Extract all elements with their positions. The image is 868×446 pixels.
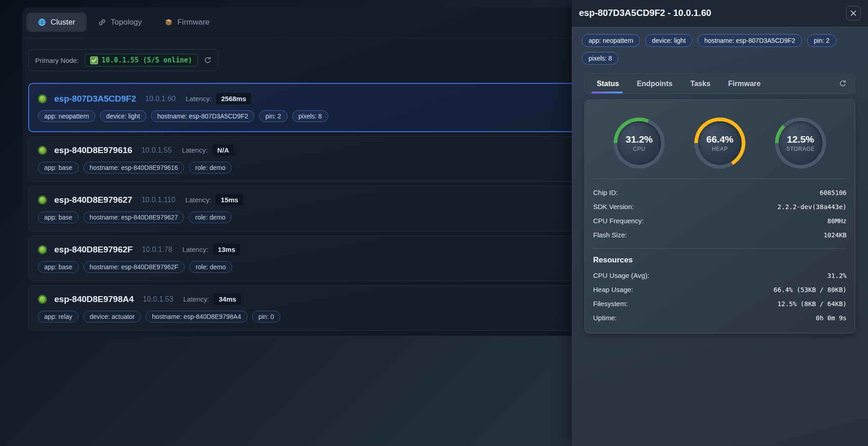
status-dot-icon bbox=[38, 146, 47, 155]
gauge-heap: 66.4%HEAP bbox=[694, 118, 745, 169]
info-value: 6085106 bbox=[820, 189, 847, 196]
primary-node-label: Primary Node: bbox=[35, 56, 79, 64]
primary-node-status-badge: 10.0.1.55 (5/5 online) bbox=[85, 54, 198, 67]
node-tag: app: neopattern bbox=[38, 110, 95, 122]
check-icon bbox=[90, 56, 98, 64]
refresh-status-button[interactable] bbox=[839, 74, 847, 93]
node-name: esp-840D8E97962F bbox=[54, 245, 133, 255]
status-card: 31.2%CPU66.4%HEAP12.5%STORAGE Chip ID:60… bbox=[584, 99, 855, 333]
panel-tab-tasks[interactable]: Tasks bbox=[690, 74, 710, 93]
gauge-inner: 12.5%STORAGE bbox=[779, 121, 822, 165]
close-icon bbox=[850, 10, 857, 16]
panel-title: esp-807D3A5CD9F2 - 10.0.1.60 bbox=[579, 8, 711, 18]
status-dot-icon bbox=[38, 245, 47, 254]
divider bbox=[593, 179, 847, 179]
gauge-inner: 66.4%HEAP bbox=[698, 121, 742, 165]
resources: CPU Usage (Avg):31.2%Heap Usage:66.4% (5… bbox=[593, 268, 847, 325]
latency-badge: 34ms bbox=[214, 293, 241, 305]
node-tag: role: demo bbox=[189, 162, 232, 174]
node-tag: app: base bbox=[38, 261, 79, 273]
latency-label: Latency: bbox=[186, 95, 212, 103]
info-value: 66.4% (53KB / 80KB) bbox=[774, 286, 847, 293]
node-name: esp-807D3A5CD9F2 bbox=[54, 94, 136, 104]
tab-label: Topology bbox=[111, 18, 142, 27]
divider bbox=[593, 248, 847, 249]
info-row: Heap Usage:66.4% (53KB / 80KB) bbox=[593, 282, 847, 297]
node-tag: role: demo bbox=[189, 261, 232, 273]
resources-title: Resources bbox=[593, 256, 847, 265]
tab-topology[interactable]: Topology bbox=[87, 13, 153, 32]
panel-header: esp-807D3A5CD9F2 - 10.0.1.60 bbox=[572, 0, 868, 26]
node-tag: app: base bbox=[38, 211, 79, 223]
tab-label: Firmware bbox=[177, 18, 210, 27]
globe-icon bbox=[38, 18, 46, 26]
gauge-label: STORAGE bbox=[786, 146, 815, 152]
primary-node-box: Primary Node: 10.0.1.55 (5/5 online) bbox=[28, 49, 218, 71]
info-label: Heap Usage: bbox=[593, 286, 633, 293]
panel-tag: device: light bbox=[645, 34, 692, 47]
node-ip: 10.0.1.55 bbox=[141, 146, 172, 154]
latency-badge: 15ms bbox=[216, 194, 243, 205]
node-tag: device: light bbox=[100, 110, 146, 122]
node-detail-panel: esp-807D3A5CD9F2 - 10.0.1.60 app: neopat… bbox=[572, 0, 868, 446]
info-row: Chip ID:6085106 bbox=[593, 185, 847, 200]
info-label: Filesystem: bbox=[593, 300, 628, 308]
panel-tag: pin: 2 bbox=[807, 34, 836, 47]
latency-badge: 2568ms bbox=[216, 93, 251, 104]
refresh-cluster-button[interactable] bbox=[204, 56, 212, 64]
node-tag: hostname: esp-840D8E9798A4 bbox=[145, 311, 247, 323]
panel-tab-firmware[interactable]: Firmware bbox=[728, 74, 760, 93]
node-name: esp-840D8E9798A4 bbox=[54, 294, 134, 304]
panel-tag: app: neopattern bbox=[582, 34, 640, 47]
link-icon bbox=[98, 18, 106, 26]
node-ip: 10.0.1.53 bbox=[143, 295, 173, 303]
node-tag: app: relay bbox=[38, 311, 78, 323]
info-row: CPU Usage (Avg):31.2% bbox=[593, 268, 847, 282]
gauge-value: 66.4% bbox=[706, 134, 734, 145]
latency-label: Latency: bbox=[182, 246, 208, 253]
latency-label: Latency: bbox=[182, 146, 208, 154]
node-name: esp-840D8E979627 bbox=[54, 195, 132, 205]
gauge-label: CPU bbox=[633, 146, 645, 152]
info-label: Chip ID: bbox=[593, 189, 618, 196]
node-tag: hostname: esp-840D8E979616 bbox=[83, 162, 185, 174]
panel-tab-endpoints[interactable]: Endpoints bbox=[637, 74, 672, 93]
node-ip: 10.0.1.110 bbox=[141, 196, 175, 204]
info-value: 31.2% bbox=[827, 272, 847, 279]
chip-info: Chip ID:6085106SDK Version:2.2.2-dev(38a… bbox=[593, 185, 847, 242]
latency-label: Latency: bbox=[186, 196, 212, 204]
gauge-storage: 12.5%STORAGE bbox=[775, 118, 826, 169]
refresh-icon bbox=[839, 80, 847, 87]
latency-label: Latency: bbox=[183, 295, 209, 303]
info-value: 1024KB bbox=[823, 231, 847, 239]
node-tag: app: base bbox=[38, 162, 79, 174]
close-panel-button[interactable] bbox=[846, 6, 861, 21]
info-label: Uptime: bbox=[593, 314, 617, 322]
gauge-value: 12.5% bbox=[787, 134, 814, 145]
info-value: 0h 0m 9s bbox=[816, 314, 847, 322]
gauge-cpu: 31.2%CPU bbox=[614, 118, 665, 169]
panel-tags: app: neopatterndevice: lighthostname: es… bbox=[572, 26, 868, 65]
info-row: CPU Frequency:80MHz bbox=[593, 214, 847, 228]
info-row: SDK Version:2.2.2-dev(38a443e) bbox=[593, 200, 847, 214]
gauge-label: HEAP bbox=[712, 146, 728, 152]
node-tag: pin: 2 bbox=[259, 110, 287, 122]
info-label: CPU Usage (Avg): bbox=[593, 272, 649, 279]
latency-badge: 13ms bbox=[213, 244, 240, 255]
gauge-value: 31.2% bbox=[625, 134, 653, 145]
info-label: CPU Frequency: bbox=[593, 217, 644, 225]
tab-cluster[interactable]: Cluster bbox=[26, 13, 87, 32]
info-value: 12.5% (8KB / 64KB) bbox=[777, 300, 847, 308]
status-dot-icon bbox=[38, 295, 47, 304]
node-name: esp-840D8E979616 bbox=[54, 145, 132, 155]
node-tag: hostname: esp-840D8E979627 bbox=[83, 211, 185, 223]
node-tag: role: demo bbox=[189, 211, 232, 223]
gauges: 31.2%CPU66.4%HEAP12.5%STORAGE bbox=[593, 118, 847, 169]
latency-badge: N/A bbox=[212, 144, 234, 156]
panel-tag: pixels: 8 bbox=[582, 52, 619, 65]
panel-tab-status[interactable]: Status bbox=[597, 74, 619, 93]
node-tag: pin: 0 bbox=[252, 311, 280, 323]
primary-node-status-text: 10.0.1.55 (5/5 online) bbox=[102, 56, 192, 64]
tab-firmware[interactable]: Firmware bbox=[153, 13, 221, 32]
info-row: Filesystem:12.5% (8KB / 64KB) bbox=[593, 297, 847, 311]
